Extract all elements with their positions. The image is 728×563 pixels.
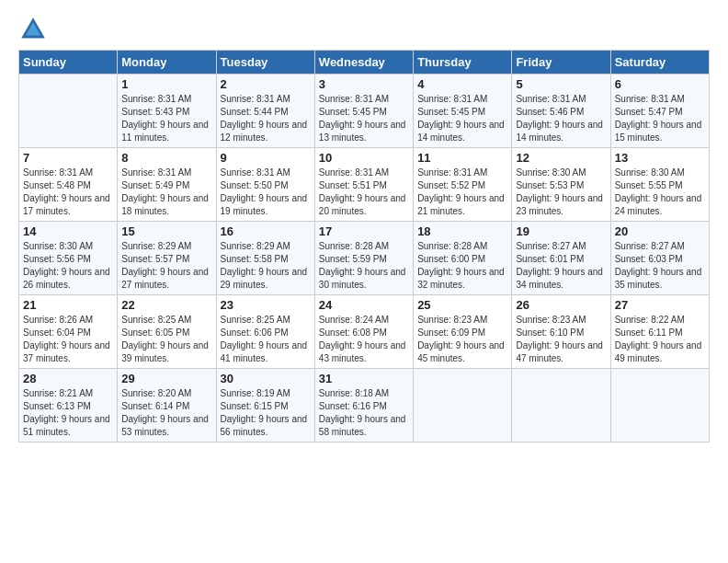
day-number: 3: [319, 77, 409, 91]
day-info: Sunrise: 8:29 AMSunset: 5:57 PMDaylight:…: [121, 240, 211, 292]
day-cell: [610, 369, 709, 442]
day-number: 29: [121, 372, 211, 385]
day-number: 12: [516, 151, 606, 165]
day-info: Sunrise: 8:31 AMSunset: 5:46 PMDaylight:…: [516, 93, 606, 144]
day-cell: 11Sunrise: 8:31 AMSunset: 5:52 PMDayligh…: [414, 148, 512, 222]
day-cell: [19, 75, 118, 148]
calendar-table: SundayMondayTuesdayWednesdayThursdayFrid…: [18, 50, 710, 442]
header-row-days: SundayMondayTuesdayWednesdayThursdayFrid…: [19, 51, 710, 75]
day-number: 22: [121, 298, 211, 312]
day-cell: 17Sunrise: 8:28 AMSunset: 5:59 PMDayligh…: [314, 222, 413, 295]
day-number: 30: [221, 372, 311, 385]
day-number: 26: [516, 298, 606, 312]
header-wednesday: Wednesday: [314, 51, 413, 75]
day-number: 15: [121, 224, 211, 238]
day-cell: 4Sunrise: 8:31 AMSunset: 5:45 PMDaylight…: [414, 75, 512, 148]
day-info: Sunrise: 8:30 AMSunset: 5:53 PMDaylight:…: [516, 167, 606, 218]
day-info: Sunrise: 8:23 AMSunset: 6:09 PMDaylight:…: [417, 314, 507, 365]
header-sunday: Sunday: [19, 51, 118, 75]
day-cell: 10Sunrise: 8:31 AMSunset: 5:51 PMDayligh…: [314, 148, 413, 222]
day-cell: 24Sunrise: 8:24 AMSunset: 6:08 PMDayligh…: [314, 295, 413, 369]
day-cell: 22Sunrise: 8:25 AMSunset: 6:05 PMDayligh…: [118, 295, 216, 369]
day-number: 9: [221, 151, 311, 165]
day-number: 5: [516, 77, 606, 91]
day-info: Sunrise: 8:29 AMSunset: 5:58 PMDaylight:…: [221, 240, 311, 292]
day-cell: 18Sunrise: 8:28 AMSunset: 6:00 PMDayligh…: [414, 222, 512, 295]
day-number: 27: [615, 298, 705, 312]
day-cell: 9Sunrise: 8:31 AMSunset: 5:50 PMDaylight…: [216, 148, 314, 222]
day-number: 7: [23, 151, 113, 165]
day-cell: 29Sunrise: 8:20 AMSunset: 6:14 PMDayligh…: [118, 369, 216, 442]
day-cell: 30Sunrise: 8:19 AMSunset: 6:15 PMDayligh…: [216, 369, 314, 442]
day-info: Sunrise: 8:31 AMSunset: 5:43 PMDaylight:…: [121, 93, 211, 144]
day-info: Sunrise: 8:18 AMSunset: 6:16 PMDaylight:…: [319, 387, 409, 439]
day-info: Sunrise: 8:20 AMSunset: 6:14 PMDaylight:…: [121, 387, 211, 439]
day-number: 23: [221, 298, 311, 312]
header-saturday: Saturday: [610, 51, 709, 75]
logo: [18, 15, 50, 44]
day-info: Sunrise: 8:30 AMSunset: 5:55 PMDaylight:…: [615, 167, 705, 218]
page-container: SundayMondayTuesdayWednesdayThursdayFrid…: [0, 0, 728, 452]
day-info: Sunrise: 8:31 AMSunset: 5:49 PMDaylight:…: [121, 167, 211, 218]
day-cell: 16Sunrise: 8:29 AMSunset: 5:58 PMDayligh…: [216, 222, 314, 295]
day-info: Sunrise: 8:25 AMSunset: 6:05 PMDaylight:…: [121, 314, 211, 365]
day-number: 14: [23, 224, 113, 238]
header-friday: Friday: [512, 51, 610, 75]
week-row-2: 7Sunrise: 8:31 AMSunset: 5:48 PMDaylight…: [19, 148, 710, 222]
day-info: Sunrise: 8:27 AMSunset: 6:03 PMDaylight:…: [615, 240, 705, 292]
day-info: Sunrise: 8:28 AMSunset: 5:59 PMDaylight:…: [319, 240, 409, 292]
day-info: Sunrise: 8:26 AMSunset: 6:04 PMDaylight:…: [23, 314, 113, 365]
day-cell: 1Sunrise: 8:31 AMSunset: 5:43 PMDaylight…: [118, 75, 216, 148]
header-monday: Monday: [118, 51, 216, 75]
day-info: Sunrise: 8:31 AMSunset: 5:45 PMDaylight:…: [319, 93, 409, 144]
day-number: 13: [615, 151, 705, 165]
day-number: 17: [319, 224, 409, 238]
day-info: Sunrise: 8:27 AMSunset: 6:01 PMDaylight:…: [516, 240, 606, 292]
day-info: Sunrise: 8:31 AMSunset: 5:48 PMDaylight:…: [23, 167, 113, 218]
day-number: 21: [23, 298, 113, 312]
logo-icon: [18, 15, 48, 44]
day-number: 19: [516, 224, 606, 238]
header-row: [18, 15, 710, 44]
day-number: 20: [615, 224, 705, 238]
day-info: Sunrise: 8:28 AMSunset: 6:00 PMDaylight:…: [417, 240, 507, 292]
day-number: 25: [417, 298, 507, 312]
day-number: 18: [417, 224, 507, 238]
day-cell: 25Sunrise: 8:23 AMSunset: 6:09 PMDayligh…: [414, 295, 512, 369]
day-info: Sunrise: 8:30 AMSunset: 5:56 PMDaylight:…: [23, 240, 113, 292]
day-info: Sunrise: 8:22 AMSunset: 6:11 PMDaylight:…: [615, 314, 705, 365]
week-row-4: 21Sunrise: 8:26 AMSunset: 6:04 PMDayligh…: [19, 295, 710, 369]
day-cell: 19Sunrise: 8:27 AMSunset: 6:01 PMDayligh…: [512, 222, 610, 295]
day-cell: 13Sunrise: 8:30 AMSunset: 5:55 PMDayligh…: [610, 148, 709, 222]
day-cell: 15Sunrise: 8:29 AMSunset: 5:57 PMDayligh…: [118, 222, 216, 295]
header-thursday: Thursday: [414, 51, 512, 75]
day-cell: 20Sunrise: 8:27 AMSunset: 6:03 PMDayligh…: [610, 222, 709, 295]
day-number: 31: [319, 372, 409, 385]
day-number: 8: [121, 151, 211, 165]
day-info: Sunrise: 8:31 AMSunset: 5:50 PMDaylight:…: [221, 167, 311, 218]
day-cell: 14Sunrise: 8:30 AMSunset: 5:56 PMDayligh…: [19, 222, 118, 295]
day-cell: 21Sunrise: 8:26 AMSunset: 6:04 PMDayligh…: [19, 295, 118, 369]
day-info: Sunrise: 8:31 AMSunset: 5:44 PMDaylight:…: [221, 93, 311, 144]
day-cell: 3Sunrise: 8:31 AMSunset: 5:45 PMDaylight…: [314, 75, 413, 148]
day-info: Sunrise: 8:31 AMSunset: 5:52 PMDaylight:…: [417, 167, 507, 218]
day-number: 10: [319, 151, 409, 165]
day-number: 16: [221, 224, 311, 238]
day-info: Sunrise: 8:23 AMSunset: 6:10 PMDaylight:…: [516, 314, 606, 365]
header-tuesday: Tuesday: [216, 51, 314, 75]
day-number: 6: [615, 77, 705, 91]
day-number: 28: [23, 372, 113, 385]
week-row-5: 28Sunrise: 8:21 AMSunset: 6:13 PMDayligh…: [19, 369, 710, 442]
day-info: Sunrise: 8:25 AMSunset: 6:06 PMDaylight:…: [221, 314, 311, 365]
day-number: 2: [221, 77, 311, 91]
day-cell: 28Sunrise: 8:21 AMSunset: 6:13 PMDayligh…: [19, 369, 118, 442]
day-cell: 12Sunrise: 8:30 AMSunset: 5:53 PMDayligh…: [512, 148, 610, 222]
day-cell: 23Sunrise: 8:25 AMSunset: 6:06 PMDayligh…: [216, 295, 314, 369]
day-info: Sunrise: 8:21 AMSunset: 6:13 PMDaylight:…: [23, 387, 113, 439]
day-number: 1: [121, 77, 211, 91]
day-cell: 27Sunrise: 8:22 AMSunset: 6:11 PMDayligh…: [610, 295, 709, 369]
day-cell: 2Sunrise: 8:31 AMSunset: 5:44 PMDaylight…: [216, 75, 314, 148]
week-row-3: 14Sunrise: 8:30 AMSunset: 5:56 PMDayligh…: [19, 222, 710, 295]
day-info: Sunrise: 8:24 AMSunset: 6:08 PMDaylight:…: [319, 314, 409, 365]
day-cell: 7Sunrise: 8:31 AMSunset: 5:48 PMDaylight…: [19, 148, 118, 222]
